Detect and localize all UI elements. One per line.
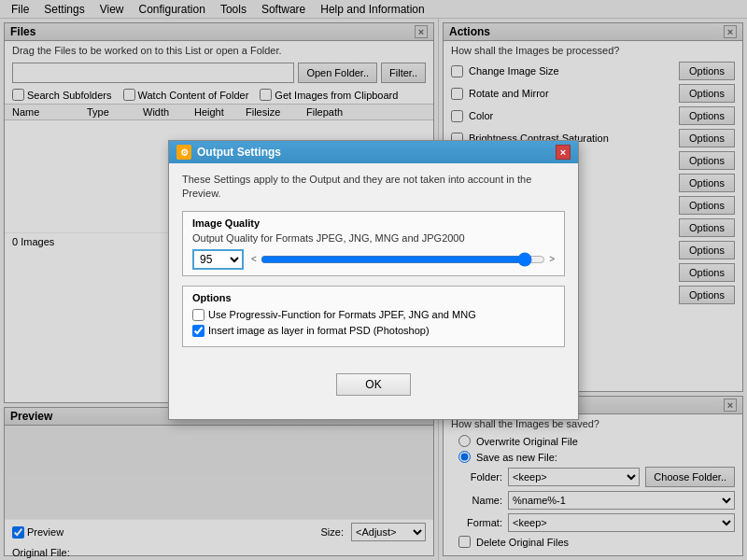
modal-title-left: ⚙ Output Settings xyxy=(176,145,281,160)
ok-button[interactable]: OK xyxy=(336,373,411,396)
option1-label: Use Progressiv-Function for Formats JPEF… xyxy=(208,309,476,320)
option2-label: Insert image as layer in format PSD (Pho… xyxy=(208,325,430,336)
option2-row: Insert image as layer in format PSD (Pho… xyxy=(192,325,555,337)
modal-title: Output Settings xyxy=(197,146,281,159)
output-settings-dialog: ⚙ Output Settings × These Settings apply… xyxy=(168,140,579,420)
option1-row: Use Progressiv-Function for Formats JPEF… xyxy=(192,309,555,321)
option1-checkbox[interactable] xyxy=(192,309,204,321)
quality-row: 95 < > xyxy=(192,249,555,270)
slider-right-arrow: > xyxy=(549,254,555,264)
modal-footer: OK xyxy=(169,366,578,403)
options-group-title: Options xyxy=(192,292,555,303)
modal-titlebar: ⚙ Output Settings × xyxy=(169,141,578,163)
modal-close-btn[interactable]: × xyxy=(556,145,571,160)
modal-icon: ⚙ xyxy=(176,145,191,160)
option2-checkbox[interactable] xyxy=(192,325,204,337)
quality-description: Output Quality for Formats JPEG, JNG, MN… xyxy=(192,232,555,244)
modal-description: These Settings apply to the Output and t… xyxy=(182,173,565,202)
options-group: Options Use Progressiv-Function for Form… xyxy=(182,286,565,347)
image-quality-title: Image Quality xyxy=(192,217,555,229)
image-quality-group: Image Quality Output Quality for Formats… xyxy=(182,211,565,276)
quality-slider-container: < > xyxy=(251,252,555,267)
modal-overlay: ⚙ Output Settings × These Settings apply… xyxy=(0,0,747,560)
quality-slider[interactable] xyxy=(261,252,545,267)
quality-select[interactable]: 95 xyxy=(192,249,244,270)
slider-left-arrow: < xyxy=(251,254,257,264)
modal-body: These Settings apply to the Output and t… xyxy=(169,163,578,366)
